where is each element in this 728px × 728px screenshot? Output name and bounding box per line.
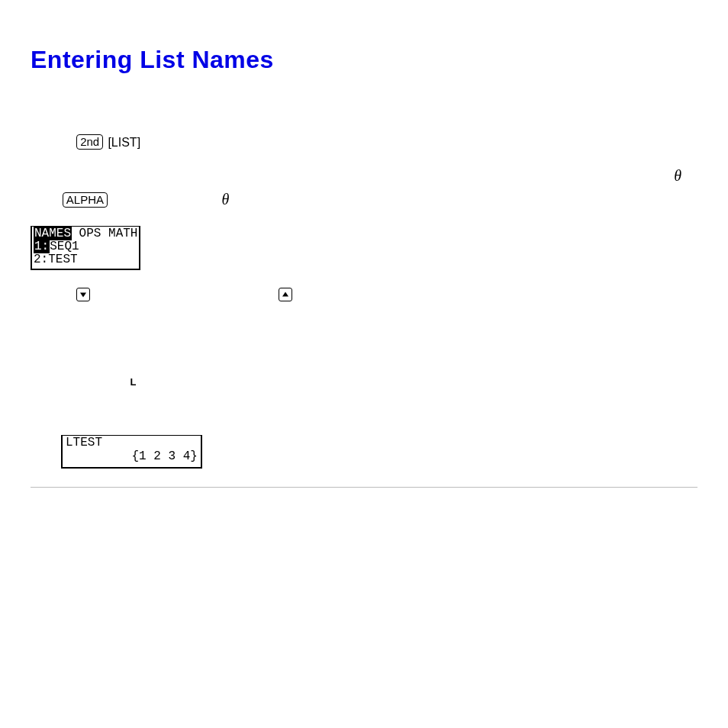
list-indicator-icon: L: [130, 376, 136, 388]
theta-icon-2: θ: [221, 191, 229, 208]
calc-screen-ltest: LTEST {1 2 3 4}: [61, 435, 202, 468]
step-1: 1. Press 2nd [LIST] to display the menu …: [31, 134, 697, 153]
menu-tab-names: NAMES: [34, 227, 72, 240]
paragraph-indicator-explain: If characters in the list name are the s…: [31, 343, 697, 361]
horizontal-rule: [31, 487, 697, 488]
menu-item-1-index: 1:: [34, 240, 50, 253]
key-alpha: ALPHA: [63, 192, 108, 208]
paragraph-list-pasted: The list name is pasted to the current c…: [31, 314, 697, 332]
arrow-up-icon: [279, 288, 292, 301]
calc-screen-names-menu: NAMES OPS MATH 1:SEQ1 2:TEST: [31, 226, 140, 270]
page-title: Entering List Names: [31, 46, 697, 74]
step-3: 3. Press to move the cursor to the name …: [31, 285, 697, 302]
screen2-row1: LTEST: [66, 436, 102, 449]
step-2: 2. Tap the list you want to use. The lis…: [31, 164, 697, 211]
arrow-down-icon: [76, 288, 90, 301]
intro-paragraph: To enter an existing list name directly …: [31, 105, 697, 122]
screen2-row2: {1 2 3 4}: [66, 449, 198, 463]
menu-tab-rest: OPS MATH: [72, 227, 137, 240]
key-list: [LIST]: [108, 134, 140, 153]
paragraph-paste-l: You also can paste L from the keyboard a…: [31, 372, 697, 390]
menu-item-2: 2:TEST: [34, 253, 78, 266]
theta-icon: θ: [674, 167, 681, 184]
menu-item-1-label: SEQ1: [50, 240, 79, 253]
key-2nd: 2nd: [76, 134, 103, 150]
